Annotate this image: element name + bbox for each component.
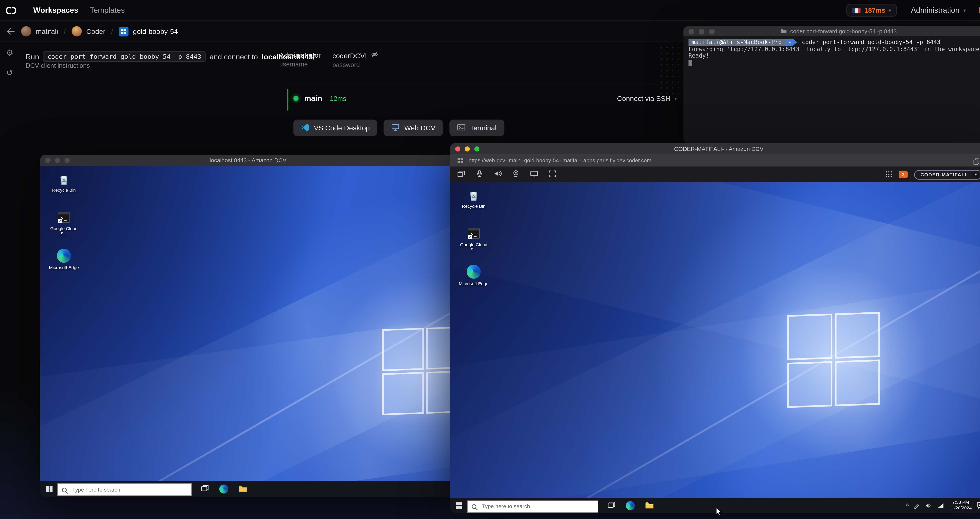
notification-count-badge[interactable]: 3	[899, 171, 908, 178]
back-arrow-icon[interactable]	[6, 27, 16, 35]
coder-org-avatar	[72, 26, 82, 37]
clock-time: 7:38 PM	[950, 500, 972, 505]
close-button[interactable]	[46, 158, 51, 163]
file-explorer-icon[interactable]	[239, 483, 248, 495]
breadcrumb-workspace[interactable]: gold-booby-54	[119, 27, 178, 36]
desktop-icon-label: Microsoft Edge	[48, 265, 80, 271]
windows-taskbar: ^ 7:38 PM 11/20/2024	[450, 498, 980, 513]
close-button[interactable]	[689, 29, 694, 35]
terminal-window: coder port-forward gold-booby-54 -p 8443…	[682, 25, 980, 144]
network-icon[interactable]	[937, 500, 945, 511]
copy-icon[interactable]	[973, 157, 980, 168]
dcv-local-title: localhost:8443 - Amazon DCV	[40, 154, 456, 166]
agent-actions: VS Code Desktop Web DCV Terminal	[293, 119, 504, 136]
volume-icon[interactable]	[493, 169, 502, 180]
desktop-icon-edge[interactable]: Microsoft Edge	[48, 248, 80, 270]
nav-templates[interactable]: Templates	[90, 6, 125, 15]
port-forward-command: coder port-forward gold-booby-54 -p 8443	[43, 51, 206, 62]
task-view-icon[interactable]	[607, 500, 616, 511]
password-value: coderDCV!	[332, 51, 367, 59]
agent-row: main 12ms Connect via SSH ▾	[293, 93, 677, 104]
breadcrumb-org[interactable]: Coder	[72, 26, 105, 37]
gear-icon[interactable]: ⚙	[6, 49, 13, 57]
session-pill[interactable]: CODER-MATIFALI- ▼	[914, 170, 980, 179]
webcam-icon[interactable]	[512, 169, 520, 180]
eye-off-icon[interactable]	[371, 51, 378, 59]
zoom-button[interactable]	[65, 158, 70, 163]
action-center-icon[interactable]	[977, 500, 980, 511]
volume-tray-icon[interactable]	[925, 500, 932, 511]
run-label: Run	[25, 53, 39, 60]
desktop-icon-label: Google Cloud S...	[458, 242, 490, 252]
history-icon[interactable]: ↺	[6, 68, 13, 77]
dcv-client-instructions-link[interactable]: DCV client instructions	[25, 62, 90, 69]
dcv-local-titlebar[interactable]: localhost:8443 - Amazon DCV	[40, 154, 456, 166]
vscode-desktop-button[interactable]: VS Code Desktop	[293, 119, 377, 136]
keypad-icon[interactable]	[885, 169, 892, 180]
dcv-web-titlebar[interactable]: CODER-MATIFALI- - Amazon DCV	[450, 143, 980, 154]
breadcrumb-separator: /	[64, 27, 66, 35]
session-name: CODER-MATIFALI-	[920, 172, 969, 177]
terminal-titlebar[interactable]: coder port-forward gold-booby-54 -p 8443	[684, 26, 980, 37]
search-input[interactable]	[467, 500, 598, 512]
site-info-icon[interactable]	[457, 157, 463, 164]
terminal-output-forwarding: Forwarding 'tcp://127.0.0.1:8443' locall…	[689, 46, 980, 53]
system-tray: ^ 7:38 PM 11/20/2024	[906, 500, 980, 511]
close-button[interactable]	[455, 146, 460, 151]
desktop-icon-google-cloud[interactable]: Google Cloud S...	[48, 210, 80, 237]
france-flag-icon	[852, 8, 861, 13]
clock-date: 11/20/2024	[950, 505, 972, 511]
coder-logo-icon[interactable]	[6, 5, 16, 15]
user-avatar-small	[21, 26, 31, 37]
zoom-button[interactable]	[709, 29, 714, 35]
agent-status-dot	[293, 96, 299, 101]
administration-menu[interactable]: Administration ▾	[911, 6, 966, 15]
user-avatar[interactable]	[978, 4, 980, 17]
dcv-toolbar: 3 CODER-MATIFALI- ▼	[450, 167, 980, 182]
latency-badge[interactable]: 187ms ▾	[846, 4, 897, 17]
taskbar-search[interactable]	[467, 499, 598, 511]
windows-desktop[interactable]: Recycle Bin Google Cloud S... Microsoft …	[40, 166, 456, 481]
windows-logo	[377, 323, 456, 421]
desktop-icon-edge[interactable]: Microsoft Edge	[458, 264, 490, 287]
nav-workspaces[interactable]: Workspaces	[33, 6, 78, 15]
connect-label: and connect to	[210, 53, 258, 60]
fullscreen-icon[interactable]	[549, 169, 556, 180]
pen-icon[interactable]	[914, 500, 920, 511]
screen-share-icon[interactable]	[530, 169, 538, 180]
tray-expand-icon[interactable]: ^	[906, 502, 908, 509]
dcv-local-window: localhost:8443 - Amazon DCV Recycle Bin	[40, 154, 456, 497]
terminal-body[interactable]: matifali@Atifs-MacBook-Pro~coder port-fo…	[684, 37, 980, 70]
desktop-icon-recycle-bin[interactable]: Recycle Bin	[458, 187, 490, 209]
desktop-icon-label: Microsoft Edge	[458, 281, 490, 287]
terminal-button[interactable]: Terminal	[449, 119, 504, 136]
decorative-dot-grid	[659, 45, 682, 99]
edge-taskbar-icon[interactable]	[626, 501, 635, 510]
edge-taskbar-icon[interactable]	[220, 484, 228, 494]
minimize-button[interactable]	[699, 29, 705, 35]
microphone-icon[interactable]	[476, 169, 483, 180]
taskbar-clock[interactable]: 7:38 PM 11/20/2024	[950, 500, 972, 511]
left-sidebar: ⚙ ↺	[0, 42, 19, 519]
latency-value: 187ms	[864, 6, 885, 14]
breadcrumb-user[interactable]: matifali	[21, 26, 58, 37]
file-explorer-icon[interactable]	[645, 500, 654, 511]
agent-latency: 12ms	[330, 95, 346, 102]
minimize-button[interactable]	[465, 146, 470, 151]
minimize-button[interactable]	[55, 158, 60, 163]
start-button[interactable]	[450, 498, 467, 513]
desktop-icon-google-cloud[interactable]: Google Cloud S...	[458, 226, 490, 252]
web-dcv-button[interactable]: Web DCV	[384, 119, 443, 136]
desktop-icon-recycle-bin[interactable]: Recycle Bin	[48, 171, 80, 193]
task-view-icon[interactable]	[201, 483, 209, 495]
multi-window-icon[interactable]	[457, 169, 465, 180]
search-input[interactable]	[57, 483, 192, 496]
windows-desktop[interactable]: Recycle Bin Google Cloud S... Microsoft …	[450, 182, 980, 498]
taskbar-search[interactable]	[57, 482, 192, 495]
connect-via-ssh-button[interactable]: Connect via SSH ▾	[617, 95, 677, 102]
start-button[interactable]	[40, 481, 57, 497]
session-chevron-icon: ▼	[972, 171, 979, 178]
google-cloud-sdk-icon	[56, 210, 72, 225]
breadcrumb-separator: /	[111, 27, 113, 35]
zoom-button[interactable]	[474, 146, 479, 151]
